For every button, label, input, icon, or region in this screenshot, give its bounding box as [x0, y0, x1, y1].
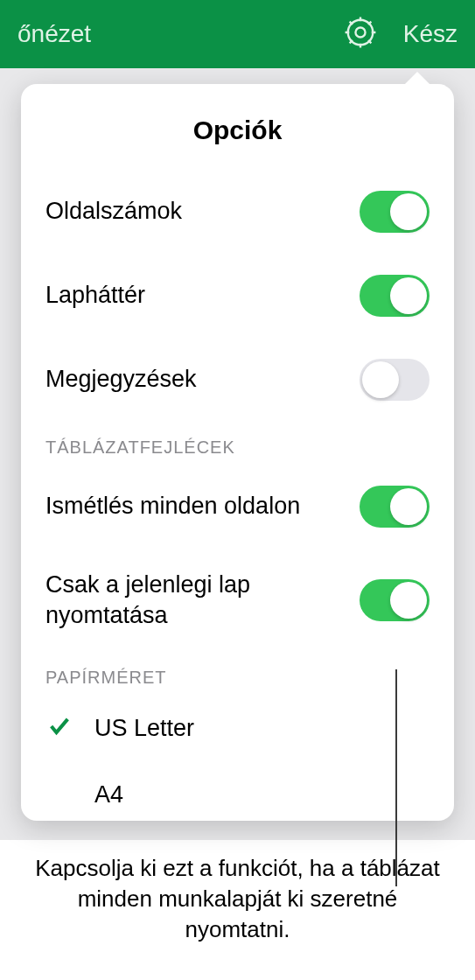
- option-label: Lapháttér: [45, 280, 145, 311]
- toggle-background[interactable]: [360, 275, 430, 317]
- top-bar-right: Kész: [344, 16, 458, 52]
- toggle-comments[interactable]: [360, 359, 430, 401]
- option-repeat-headers: Ismétlés minden oldalon: [21, 465, 454, 549]
- option-background: Lapháttér: [21, 254, 454, 338]
- options-popover: Opciók Oldalszámok Lapháttér Megjegyzése…: [21, 84, 454, 821]
- paper-label: A4: [94, 781, 123, 808]
- option-label: Oldalszámok: [45, 196, 182, 227]
- back-label[interactable]: őnézet: [17, 20, 91, 48]
- check-icon: [47, 714, 72, 742]
- popover-title: Opciók: [21, 84, 454, 170]
- svg-point-1: [355, 27, 365, 37]
- section-header-paper: PAPÍRMÉRET: [21, 652, 454, 695]
- option-page-numbers: Oldalszámok: [21, 170, 454, 254]
- check-slot: [45, 714, 73, 742]
- done-button[interactable]: Kész: [403, 20, 458, 48]
- gear-icon[interactable]: [344, 16, 377, 52]
- paper-row-us-letter[interactable]: US Letter: [21, 695, 454, 761]
- toggle-repeat-headers[interactable]: [360, 486, 430, 528]
- top-bar: őnézet Kész: [0, 0, 475, 68]
- callout-text: Kapcsolja ki ezt a funkciót, ha a tábláz…: [35, 853, 440, 945]
- paper-row-a4[interactable]: A4: [21, 761, 454, 828]
- option-label: Csak a jelenlegi lap nyomtatása: [45, 570, 343, 631]
- option-label: Ismétlés minden oldalon: [45, 491, 300, 522]
- option-current-sheet: Csak a jelenlegi lap nyomtatása: [21, 549, 454, 652]
- toggle-page-numbers[interactable]: [360, 191, 430, 233]
- toggle-current-sheet[interactable]: [360, 579, 430, 621]
- section-header-table: TÁBLÁZATFEJLÉCEK: [21, 422, 454, 465]
- paper-label: US Letter: [94, 715, 194, 742]
- option-label: Megjegyzések: [45, 364, 197, 395]
- option-comments: Megjegyzések: [21, 338, 454, 422]
